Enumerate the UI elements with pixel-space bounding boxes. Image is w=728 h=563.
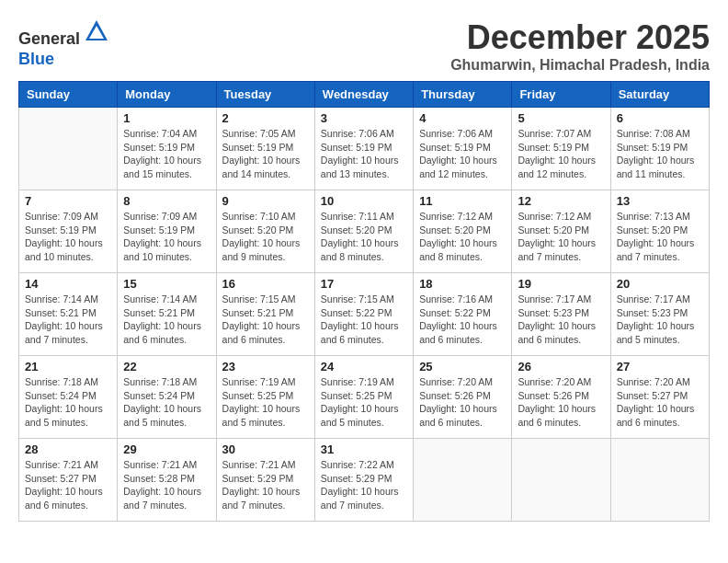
day-header-monday: Monday: [118, 82, 216, 108]
day-header-saturday: Saturday: [610, 82, 709, 108]
calendar-cell: 11Sunrise: 7:12 AM Sunset: 5:20 PM Dayli…: [414, 190, 512, 273]
calendar-cell: 13Sunrise: 7:13 AM Sunset: 5:20 PM Dayli…: [610, 190, 709, 273]
week-row-3: 14Sunrise: 7:14 AM Sunset: 5:21 PM Dayli…: [19, 273, 710, 356]
day-info: Sunrise: 7:12 AM Sunset: 5:20 PM Dayligh…: [419, 210, 506, 264]
day-info: Sunrise: 7:13 AM Sunset: 5:20 PM Dayligh…: [617, 210, 703, 264]
logo-blue-text: Blue: [18, 50, 54, 68]
day-number: 19: [518, 277, 604, 291]
calendar-cell: 5Sunrise: 7:07 AM Sunset: 5:19 PM Daylig…: [512, 108, 610, 190]
day-number: 18: [419, 277, 506, 291]
week-row-4: 21Sunrise: 7:18 AM Sunset: 5:24 PM Dayli…: [19, 356, 710, 439]
day-info: Sunrise: 7:15 AM Sunset: 5:22 PM Dayligh…: [321, 293, 407, 347]
day-number: 3: [321, 111, 407, 125]
day-info: Sunrise: 7:21 AM Sunset: 5:29 PM Dayligh…: [222, 458, 309, 512]
calendar-cell: [512, 439, 610, 522]
week-row-2: 7Sunrise: 7:09 AM Sunset: 5:19 PM Daylig…: [19, 190, 710, 273]
calendar-cell: 24Sunrise: 7:19 AM Sunset: 5:25 PM Dayli…: [314, 356, 413, 439]
day-number: 11: [419, 194, 506, 208]
calendar-cell: [414, 439, 512, 522]
calendar-cell: 31Sunrise: 7:22 AM Sunset: 5:29 PM Dayli…: [314, 439, 413, 522]
calendar-cell: 26Sunrise: 7:20 AM Sunset: 5:26 PM Dayli…: [512, 356, 610, 439]
day-info: Sunrise: 7:22 AM Sunset: 5:29 PM Dayligh…: [321, 458, 407, 512]
day-number: 20: [617, 277, 703, 291]
calendar-cell: 9Sunrise: 7:10 AM Sunset: 5:20 PM Daylig…: [216, 190, 314, 273]
day-info: Sunrise: 7:12 AM Sunset: 5:20 PM Dayligh…: [518, 210, 604, 264]
day-info: Sunrise: 7:06 AM Sunset: 5:19 PM Dayligh…: [321, 127, 407, 181]
day-number: 15: [123, 277, 210, 291]
calendar-cell: 30Sunrise: 7:21 AM Sunset: 5:29 PM Dayli…: [216, 439, 314, 522]
calendar-cell: 10Sunrise: 7:11 AM Sunset: 5:20 PM Dayli…: [314, 190, 413, 273]
day-number: 26: [518, 360, 604, 373]
calendar-cell: 28Sunrise: 7:21 AM Sunset: 5:27 PM Dayli…: [19, 439, 118, 522]
calendar-cell: 18Sunrise: 7:16 AM Sunset: 5:22 PM Dayli…: [414, 273, 512, 356]
calendar-cell: 22Sunrise: 7:18 AM Sunset: 5:24 PM Dayli…: [118, 356, 216, 439]
day-number: 14: [25, 277, 111, 291]
day-number: 23: [222, 360, 309, 373]
day-number: 9: [222, 194, 309, 208]
calendar-cell: 15Sunrise: 7:14 AM Sunset: 5:21 PM Dayli…: [118, 273, 216, 356]
day-number: 4: [419, 111, 506, 125]
day-info: Sunrise: 7:16 AM Sunset: 5:22 PM Dayligh…: [419, 293, 506, 347]
day-number: 25: [419, 360, 506, 373]
day-number: 10: [321, 194, 407, 208]
day-header-friday: Friday: [512, 82, 610, 108]
calendar-cell: 17Sunrise: 7:15 AM Sunset: 5:22 PM Dayli…: [314, 273, 413, 356]
location-title: Ghumarwin, Himachal Pradesh, India: [450, 57, 710, 74]
day-info: Sunrise: 7:21 AM Sunset: 5:27 PM Dayligh…: [25, 458, 111, 512]
day-info: Sunrise: 7:18 AM Sunset: 5:24 PM Dayligh…: [123, 375, 210, 430]
day-number: 13: [617, 194, 703, 208]
day-info: Sunrise: 7:14 AM Sunset: 5:21 PM Dayligh…: [25, 293, 111, 347]
day-info: Sunrise: 7:04 AM Sunset: 5:19 PM Dayligh…: [123, 127, 210, 181]
calendar-cell: 27Sunrise: 7:20 AM Sunset: 5:27 PM Dayli…: [610, 356, 709, 439]
day-number: 29: [123, 442, 210, 456]
day-number: 8: [123, 194, 210, 208]
day-info: Sunrise: 7:08 AM Sunset: 5:19 PM Dayligh…: [617, 127, 703, 181]
calendar-header-row: SundayMondayTuesdayWednesdayThursdayFrid…: [19, 82, 710, 108]
day-info: Sunrise: 7:06 AM Sunset: 5:19 PM Dayligh…: [419, 127, 506, 181]
week-row-1: 1Sunrise: 7:04 AM Sunset: 5:19 PM Daylig…: [19, 108, 710, 190]
calendar-cell: 4Sunrise: 7:06 AM Sunset: 5:19 PM Daylig…: [414, 108, 512, 190]
calendar-cell: [19, 108, 118, 190]
day-number: 27: [617, 360, 703, 373]
calendar-cell: 25Sunrise: 7:20 AM Sunset: 5:26 PM Dayli…: [414, 356, 512, 439]
day-info: Sunrise: 7:19 AM Sunset: 5:25 PM Dayligh…: [321, 375, 407, 430]
calendar-cell: 19Sunrise: 7:17 AM Sunset: 5:23 PM Dayli…: [512, 273, 610, 356]
logo-general-text: General: [18, 29, 80, 48]
calendar-cell: 7Sunrise: 7:09 AM Sunset: 5:19 PM Daylig…: [19, 190, 118, 273]
day-info: Sunrise: 7:07 AM Sunset: 5:19 PM Dayligh…: [518, 127, 604, 181]
day-info: Sunrise: 7:20 AM Sunset: 5:27 PM Dayligh…: [617, 375, 703, 430]
calendar-cell: 16Sunrise: 7:15 AM Sunset: 5:21 PM Dayli…: [216, 273, 314, 356]
week-row-5: 28Sunrise: 7:21 AM Sunset: 5:27 PM Dayli…: [19, 439, 710, 522]
day-info: Sunrise: 7:19 AM Sunset: 5:25 PM Dayligh…: [222, 375, 309, 430]
day-header-tuesday: Tuesday: [216, 82, 314, 108]
day-number: 5: [518, 111, 604, 125]
day-number: 7: [25, 194, 111, 208]
calendar-cell: 3Sunrise: 7:06 AM Sunset: 5:19 PM Daylig…: [314, 108, 413, 190]
day-number: 2: [222, 111, 309, 125]
day-number: 21: [25, 360, 111, 373]
day-info: Sunrise: 7:17 AM Sunset: 5:23 PM Dayligh…: [617, 293, 703, 347]
day-info: Sunrise: 7:17 AM Sunset: 5:23 PM Dayligh…: [518, 293, 604, 347]
day-number: 6: [617, 111, 703, 125]
day-header-thursday: Thursday: [414, 82, 512, 108]
day-number: 16: [222, 277, 309, 291]
calendar-cell: 1Sunrise: 7:04 AM Sunset: 5:19 PM Daylig…: [118, 108, 216, 190]
day-info: Sunrise: 7:09 AM Sunset: 5:19 PM Dayligh…: [123, 210, 210, 264]
day-header-sunday: Sunday: [19, 82, 118, 108]
day-number: 1: [123, 111, 210, 125]
page-header: General Blue December 2025 Ghumarwin, Hi…: [18, 18, 710, 74]
logo: General Blue: [18, 18, 109, 69]
day-number: 22: [123, 360, 210, 373]
day-info: Sunrise: 7:18 AM Sunset: 5:24 PM Dayligh…: [25, 375, 111, 430]
calendar-cell: 23Sunrise: 7:19 AM Sunset: 5:25 PM Dayli…: [216, 356, 314, 439]
calendar-cell: 21Sunrise: 7:18 AM Sunset: 5:24 PM Dayli…: [19, 356, 118, 439]
day-info: Sunrise: 7:20 AM Sunset: 5:26 PM Dayligh…: [518, 375, 604, 430]
calendar-cell: [610, 439, 709, 522]
calendar-cell: 20Sunrise: 7:17 AM Sunset: 5:23 PM Dayli…: [610, 273, 709, 356]
day-info: Sunrise: 7:20 AM Sunset: 5:26 PM Dayligh…: [419, 375, 506, 430]
day-number: 31: [321, 442, 407, 456]
calendar-cell: 6Sunrise: 7:08 AM Sunset: 5:19 PM Daylig…: [610, 108, 709, 190]
day-header-wednesday: Wednesday: [314, 82, 413, 108]
day-info: Sunrise: 7:09 AM Sunset: 5:19 PM Dayligh…: [25, 210, 111, 264]
title-area: December 2025 Ghumarwin, Himachal Prades…: [450, 18, 710, 74]
